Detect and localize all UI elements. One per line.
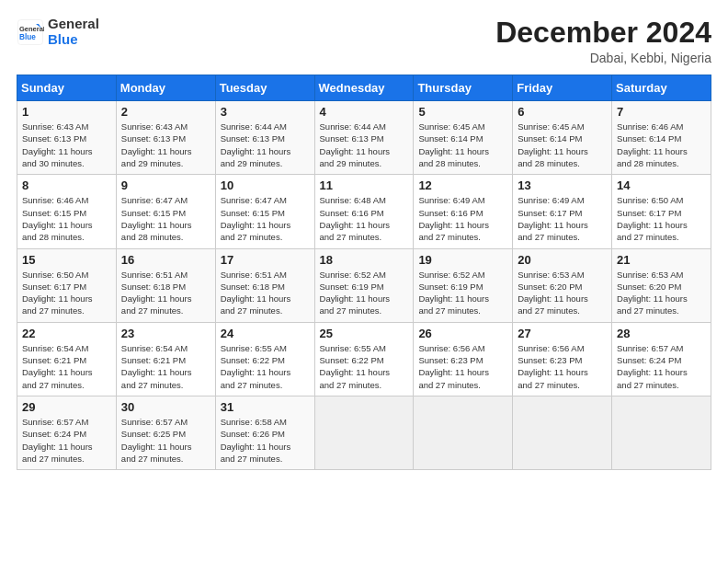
day-cell: 13Sunrise: 6:49 AMSunset: 6:17 PMDayligh… (513, 175, 612, 248)
day-cell: 27Sunrise: 6:56 AMSunset: 6:23 PMDayligh… (513, 322, 612, 396)
day-info: Sunrise: 6:57 AMSunset: 6:24 PMDaylight:… (22, 416, 111, 465)
day-number: 29 (22, 400, 111, 414)
day-number: 22 (22, 327, 111, 340)
month-title: December 2024 (495, 17, 711, 49)
day-info: Sunrise: 6:46 AMSunset: 6:15 PMDaylight:… (22, 194, 111, 243)
logo: General Blue General Blue (17, 17, 99, 47)
day-cell: 7Sunrise: 6:46 AMSunset: 6:14 PMDaylight… (612, 101, 711, 175)
day-info: Sunrise: 6:57 AMSunset: 6:25 PMDaylight:… (121, 416, 210, 465)
page: General Blue General Blue December 2024 … (0, 0, 728, 563)
day-cell: 14Sunrise: 6:50 AMSunset: 6:17 PMDayligh… (612, 175, 711, 248)
day-number: 30 (121, 400, 210, 414)
day-number: 17 (221, 253, 310, 267)
day-number: 14 (617, 178, 706, 192)
day-info: Sunrise: 6:55 AMSunset: 6:22 PMDaylight:… (320, 342, 409, 391)
day-number: 8 (22, 178, 111, 192)
day-info: Sunrise: 6:52 AMSunset: 6:19 PMDaylight:… (320, 269, 409, 317)
day-number: 31 (221, 400, 310, 414)
week-row-2: 8Sunrise: 6:46 AMSunset: 6:15 PMDaylight… (17, 175, 711, 248)
col-friday: Friday (513, 75, 612, 101)
day-cell (414, 396, 513, 469)
day-cell: 25Sunrise: 6:55 AMSunset: 6:22 PMDayligh… (314, 322, 414, 396)
col-tuesday: Tuesday (215, 75, 314, 101)
day-number: 13 (518, 178, 607, 192)
day-number: 1 (22, 105, 111, 119)
logo-icon: General Blue (17, 18, 44, 46)
day-cell: 3Sunrise: 6:44 AMSunset: 6:13 PMDaylight… (215, 101, 314, 175)
location: Dabai, Kebbi, Nigeria (495, 51, 711, 65)
day-cell: 24Sunrise: 6:55 AMSunset: 6:22 PMDayligh… (215, 322, 314, 396)
day-info: Sunrise: 6:48 AMSunset: 6:16 PMDaylight:… (320, 194, 409, 243)
logo-text: General Blue (48, 17, 99, 47)
calendar-header: Sunday Monday Tuesday Wednesday Thursday… (17, 75, 711, 101)
day-info: Sunrise: 6:56 AMSunset: 6:23 PMDaylight:… (418, 342, 507, 391)
day-number: 20 (518, 253, 607, 267)
day-number: 3 (221, 105, 310, 119)
day-info: Sunrise: 6:49 AMSunset: 6:17 PMDaylight:… (518, 194, 607, 243)
day-cell: 8Sunrise: 6:46 AMSunset: 6:15 PMDaylight… (17, 175, 117, 248)
col-monday: Monday (116, 75, 215, 101)
day-cell: 6Sunrise: 6:45 AMSunset: 6:14 PMDaylight… (513, 101, 612, 175)
day-info: Sunrise: 6:50 AMSunset: 6:17 PMDaylight:… (617, 194, 706, 243)
day-cell: 4Sunrise: 6:44 AMSunset: 6:13 PMDaylight… (314, 101, 414, 175)
week-row-1: 1Sunrise: 6:43 AMSunset: 6:13 PMDaylight… (17, 101, 711, 175)
day-info: Sunrise: 6:51 AMSunset: 6:18 PMDaylight:… (221, 269, 310, 317)
day-info: Sunrise: 6:45 AMSunset: 6:14 PMDaylight:… (418, 121, 507, 169)
col-wednesday: Wednesday (314, 75, 414, 101)
day-cell: 29Sunrise: 6:57 AMSunset: 6:24 PMDayligh… (17, 396, 117, 469)
logo-line2: Blue (48, 32, 99, 48)
day-cell: 12Sunrise: 6:49 AMSunset: 6:16 PMDayligh… (414, 175, 513, 248)
day-cell: 1Sunrise: 6:43 AMSunset: 6:13 PMDaylight… (17, 101, 117, 175)
day-number: 27 (518, 327, 607, 340)
day-info: Sunrise: 6:43 AMSunset: 6:13 PMDaylight:… (121, 121, 210, 169)
day-number: 2 (121, 105, 210, 119)
day-cell: 23Sunrise: 6:54 AMSunset: 6:21 PMDayligh… (116, 322, 215, 396)
day-cell (513, 396, 612, 469)
day-number: 18 (320, 253, 409, 267)
day-info: Sunrise: 6:44 AMSunset: 6:13 PMDaylight:… (221, 121, 310, 169)
day-number: 19 (418, 253, 507, 267)
day-number: 15 (22, 253, 111, 267)
day-cell: 15Sunrise: 6:50 AMSunset: 6:17 PMDayligh… (17, 248, 117, 322)
day-info: Sunrise: 6:47 AMSunset: 6:15 PMDaylight:… (221, 194, 310, 243)
day-cell: 18Sunrise: 6:52 AMSunset: 6:19 PMDayligh… (314, 248, 414, 322)
day-info: Sunrise: 6:58 AMSunset: 6:26 PMDaylight:… (221, 416, 310, 465)
day-cell: 22Sunrise: 6:54 AMSunset: 6:21 PMDayligh… (17, 322, 117, 396)
day-number: 23 (121, 327, 210, 340)
day-cell: 19Sunrise: 6:52 AMSunset: 6:19 PMDayligh… (414, 248, 513, 322)
calendar: Sunday Monday Tuesday Wednesday Thursday… (17, 75, 711, 470)
day-info: Sunrise: 6:51 AMSunset: 6:18 PMDaylight:… (121, 269, 210, 317)
day-info: Sunrise: 6:43 AMSunset: 6:13 PMDaylight:… (22, 121, 111, 169)
day-number: 7 (617, 105, 706, 119)
day-number: 6 (518, 105, 607, 119)
week-row-5: 29Sunrise: 6:57 AMSunset: 6:24 PMDayligh… (17, 396, 711, 469)
week-row-3: 15Sunrise: 6:50 AMSunset: 6:17 PMDayligh… (17, 248, 711, 322)
week-row-4: 22Sunrise: 6:54 AMSunset: 6:21 PMDayligh… (17, 322, 711, 396)
svg-text:General: General (19, 24, 44, 32)
day-cell: 17Sunrise: 6:51 AMSunset: 6:18 PMDayligh… (215, 248, 314, 322)
day-cell (314, 396, 414, 469)
day-number: 16 (121, 253, 210, 267)
day-cell: 26Sunrise: 6:56 AMSunset: 6:23 PMDayligh… (414, 322, 513, 396)
day-info: Sunrise: 6:55 AMSunset: 6:22 PMDaylight:… (221, 342, 310, 391)
day-cell: 2Sunrise: 6:43 AMSunset: 6:13 PMDaylight… (116, 101, 215, 175)
day-info: Sunrise: 6:54 AMSunset: 6:21 PMDaylight:… (121, 342, 210, 391)
day-number: 9 (121, 178, 210, 192)
calendar-body: 1Sunrise: 6:43 AMSunset: 6:13 PMDaylight… (17, 101, 711, 470)
svg-text:Blue: Blue (19, 32, 36, 40)
day-info: Sunrise: 6:47 AMSunset: 6:15 PMDaylight:… (121, 194, 210, 243)
logo-line1: General (48, 17, 99, 32)
day-info: Sunrise: 6:49 AMSunset: 6:16 PMDaylight:… (418, 194, 507, 243)
day-number: 10 (221, 178, 310, 192)
day-cell (612, 396, 711, 469)
day-cell: 11Sunrise: 6:48 AMSunset: 6:16 PMDayligh… (314, 175, 414, 248)
day-info: Sunrise: 6:50 AMSunset: 6:17 PMDaylight:… (22, 269, 111, 317)
day-cell: 31Sunrise: 6:58 AMSunset: 6:26 PMDayligh… (215, 396, 314, 469)
day-cell: 20Sunrise: 6:53 AMSunset: 6:20 PMDayligh… (513, 248, 612, 322)
day-info: Sunrise: 6:44 AMSunset: 6:13 PMDaylight:… (320, 121, 409, 169)
day-number: 25 (320, 327, 409, 340)
day-info: Sunrise: 6:57 AMSunset: 6:24 PMDaylight:… (617, 342, 706, 391)
day-info: Sunrise: 6:46 AMSunset: 6:14 PMDaylight:… (617, 121, 706, 169)
day-number: 26 (418, 327, 507, 340)
day-cell: 10Sunrise: 6:47 AMSunset: 6:15 PMDayligh… (215, 175, 314, 248)
